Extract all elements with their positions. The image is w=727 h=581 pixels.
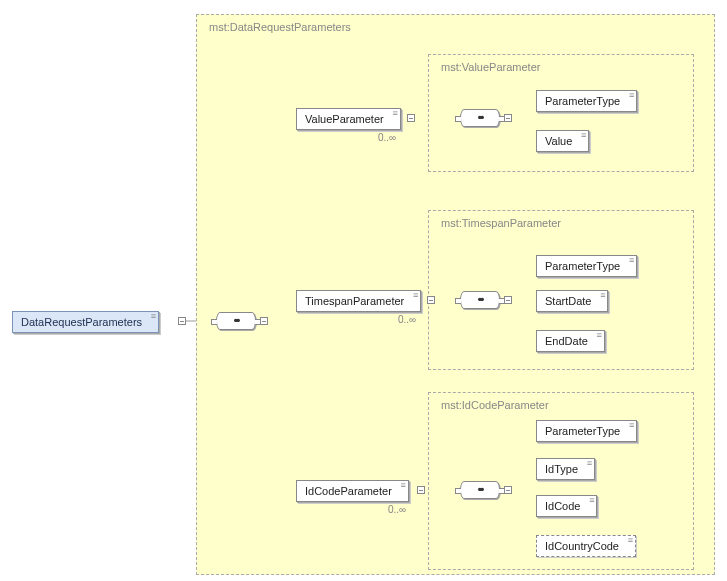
cardinality-label: 0..∞ <box>398 314 416 325</box>
node-label: ValueParameter <box>305 113 384 125</box>
expand-handle[interactable] <box>427 296 435 304</box>
node-id-country-code[interactable]: IdCountryCode <box>536 535 636 557</box>
expand-handle[interactable] <box>504 296 512 304</box>
expand-handle[interactable] <box>504 486 512 494</box>
cardinality-label: 0..∞ <box>378 132 396 143</box>
expand-handle[interactable] <box>407 114 415 122</box>
node-parameter-type[interactable]: ParameterType <box>536 255 637 277</box>
node-label: IdCodeParameter <box>305 485 392 497</box>
node-parameter-type[interactable]: ParameterType <box>536 420 637 442</box>
node-id-code[interactable]: IdCode <box>536 495 597 517</box>
container-title: mst:IdCodeParameter <box>441 399 549 411</box>
node-label: StartDate <box>545 295 591 307</box>
container-title: mst:DataRequestParameters <box>209 21 351 33</box>
cardinality-label: 0..∞ <box>388 504 406 515</box>
sequence-icon: ••• <box>460 481 500 499</box>
node-label: IdCode <box>545 500 580 512</box>
node-timespan-parameter[interactable]: TimespanParameter <box>296 290 421 312</box>
node-end-date[interactable]: EndDate <box>536 330 605 352</box>
expand-handle[interactable] <box>178 317 186 325</box>
node-label: ParameterType <box>545 95 620 107</box>
node-label: DataRequestParameters <box>21 316 142 328</box>
node-value[interactable]: Value <box>536 130 589 152</box>
node-id-type[interactable]: IdType <box>536 458 595 480</box>
node-value-parameter[interactable]: ValueParameter <box>296 108 401 130</box>
node-idcode-parameter[interactable]: IdCodeParameter <box>296 480 409 502</box>
expand-handle[interactable] <box>260 317 268 325</box>
node-parameter-type[interactable]: ParameterType <box>536 90 637 112</box>
node-label: ParameterType <box>545 260 620 272</box>
node-label: Value <box>545 135 572 147</box>
node-data-request-parameters[interactable]: DataRequestParameters <box>12 311 159 333</box>
node-label: ParameterType <box>545 425 620 437</box>
expand-handle[interactable] <box>417 486 425 494</box>
node-label: TimespanParameter <box>305 295 404 307</box>
node-label: EndDate <box>545 335 588 347</box>
node-label: IdType <box>545 463 578 475</box>
container-title: mst:TimespanParameter <box>441 217 561 229</box>
container-title: mst:ValueParameter <box>441 61 540 73</box>
node-label: IdCountryCode <box>545 540 619 552</box>
sequence-icon: ••• <box>460 291 500 309</box>
sequence-icon: ••• <box>216 312 256 330</box>
expand-handle[interactable] <box>504 114 512 122</box>
node-start-date[interactable]: StartDate <box>536 290 608 312</box>
sequence-icon: ••• <box>460 109 500 127</box>
